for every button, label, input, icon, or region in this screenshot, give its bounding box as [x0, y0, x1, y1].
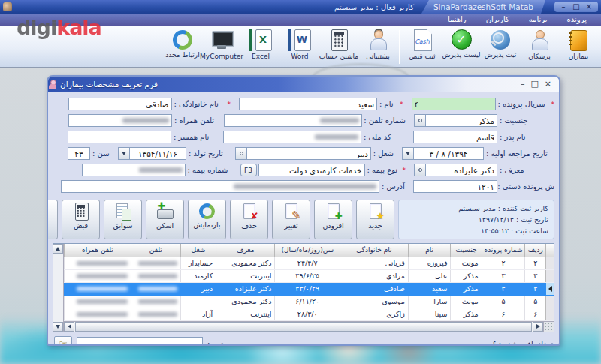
patients-book-icon	[567, 29, 590, 51]
birth-date-input[interactable]	[129, 147, 186, 160]
column-header[interactable]: تلفن	[131, 244, 180, 257]
history-doc-icon	[114, 203, 132, 221]
toolbar-item-label: ثبت قبض	[409, 53, 436, 60]
toolbar-item-label: لیست پذیرش	[442, 51, 481, 59]
table-row[interactable]: ۲۲مونثفیروزهقربانی۲۴/۴/۷دکتر محمودیحسابد…	[65, 257, 554, 269]
add-plus-button[interactable]: افزودن	[314, 200, 352, 239]
column-header[interactable]: تلفن همراه	[65, 244, 131, 257]
table-row[interactable]: ۶۶مذکرسینازاکری۲۸/۳/۰اینترنتآزاد	[65, 308, 554, 320]
scroll-left-button[interactable]	[64, 322, 74, 332]
menu-item-2[interactable]: برنامه	[519, 14, 557, 26]
national-id-input[interactable]	[223, 131, 361, 143]
word-toolbar-button[interactable]: Word	[280, 27, 319, 67]
column-header[interactable]: نام خانوادگی	[340, 244, 409, 257]
excel-toolbar-button[interactable]: Excel	[241, 27, 280, 67]
dialog-close-button[interactable]: ×	[545, 77, 551, 92]
table-row[interactable]: ۴۴مذکرسعیدصادقی۴۳/۰/۲۹دکتر علیزادهدبیر	[65, 282, 554, 295]
serial-input[interactable]	[412, 98, 496, 110]
table-cell-blurred	[65, 308, 131, 320]
minimize-button[interactable]: –	[558, 2, 569, 11]
spouse-input[interactable]	[68, 131, 171, 143]
table-cell: ۲	[482, 257, 525, 269]
audit-date-label: تاریخ ثبت :	[516, 215, 548, 224]
bill-calculator-button[interactable]: قبض	[62, 200, 100, 239]
horizontal-scroll-thumb[interactable]	[75, 322, 532, 332]
job-lookup-button[interactable]	[235, 147, 247, 160]
close-button[interactable]: ×	[584, 2, 594, 11]
birth-date-dropdown-button[interactable]	[118, 147, 130, 160]
menu-item-3[interactable]: کاربران	[476, 14, 519, 26]
national-id-label: کد ملی :	[361, 133, 405, 141]
gender-input[interactable]	[425, 114, 497, 127]
cash-receipt-toolbar-button[interactable]: ثبت قبض	[403, 27, 442, 67]
column-header[interactable]: جنسیت	[451, 244, 482, 257]
age-input[interactable]	[68, 147, 90, 160]
dialog-maximize-button[interactable]: □	[530, 77, 538, 92]
name-label: نام :	[377, 100, 398, 108]
admission-list-check-icon	[452, 29, 472, 50]
mycomputer-toolbar-button[interactable]: MyComputer	[202, 27, 241, 67]
table-cell: مذکر	[451, 308, 482, 320]
menu-item-4[interactable]: راهنما	[438, 14, 476, 26]
column-header[interactable]: نام	[408, 244, 451, 257]
word-icon	[288, 29, 311, 51]
first-visit-dropdown-button[interactable]	[402, 147, 414, 160]
edit-pencil-button[interactable]: تغییر	[272, 200, 310, 239]
scroll-up-button[interactable]	[53, 244, 63, 254]
calculator-toolbar-button[interactable]: ماشین حساب	[319, 27, 358, 67]
column-header[interactable]: ردیف	[525, 244, 546, 257]
admission-search-toolbar-button[interactable]: ثبت پذیرش	[481, 27, 520, 67]
phone-input[interactable]	[224, 114, 362, 127]
gender-lookup-button[interactable]	[414, 114, 426, 127]
referrer-lookup-button[interactable]	[414, 164, 426, 176]
mobile-input[interactable]	[68, 114, 172, 127]
dialog-controls: – □ ×	[513, 77, 559, 92]
delete-x-button[interactable]: حذف	[230, 200, 268, 239]
table-cell-blurred	[65, 282, 131, 295]
vertical-scrollbar[interactable]	[53, 244, 64, 332]
column-header[interactable]: سن(روز/ماه/سال)	[275, 244, 340, 257]
patients-book-toolbar-button[interactable]: بیماران	[559, 27, 598, 67]
manual-file-no-input[interactable]	[413, 180, 497, 193]
arrow-up-icon	[56, 247, 60, 251]
first-visit-input[interactable]	[413, 147, 484, 160]
insurance-no-input[interactable]	[82, 164, 186, 176]
exit-power-button[interactable]: خروج	[47, 200, 58, 239]
insurance-f3-button[interactable]: F3	[240, 164, 257, 176]
name-input[interactable]	[239, 98, 377, 110]
insurance-type-input[interactable]	[258, 164, 365, 176]
support-agent-toolbar-button[interactable]: پشتیبانی	[358, 27, 397, 67]
table-row[interactable]: ۳۳مذکرعلیمرادی۳۹/۶/۲۵اینترنتکارمند	[65, 269, 554, 282]
job-input[interactable]	[246, 147, 371, 160]
scroll-right-button[interactable]	[533, 322, 543, 332]
referrer-input[interactable]	[425, 164, 497, 176]
table-cell: اینترنت	[216, 269, 275, 282]
search-input[interactable]	[77, 337, 203, 347]
button-label: تغییر	[284, 221, 297, 230]
audit-panel: کاربر ثبت کننده : مدیر سیستم تاریخ ثبت :…	[398, 200, 554, 239]
new-star-button[interactable]: جدید	[356, 200, 394, 239]
audit-user-label: کاربر ثبت کننده :	[498, 204, 548, 212]
history-doc-button[interactable]: سوابق	[104, 200, 142, 239]
table-row[interactable]: ۵۵مونثساراموسوی۶/۱۱/۲۰دکتر محمودی	[65, 295, 554, 308]
row-gutter	[546, 269, 554, 282]
dialog-minimize-button[interactable]: –	[521, 77, 525, 92]
search-go-button[interactable]	[54, 336, 72, 347]
app-system-icon[interactable]	[3, 2, 12, 11]
father-input[interactable]	[413, 131, 497, 143]
address-input[interactable]	[61, 180, 379, 193]
column-header[interactable]: شماره پرونده	[482, 244, 525, 257]
refresh-button[interactable]: بازنمایش	[188, 200, 226, 239]
horizontal-scrollbar[interactable]	[64, 321, 554, 332]
table-cell-blurred	[131, 308, 180, 320]
column-header[interactable]: معرف	[216, 244, 275, 257]
admission-list-check-toolbar-button[interactable]: لیست پذیرش	[442, 27, 481, 67]
column-header[interactable]: شغل	[180, 244, 216, 257]
maximize-button[interactable]: □	[571, 2, 581, 11]
scroll-down-button[interactable]	[53, 322, 63, 332]
family-input[interactable]	[68, 98, 172, 110]
reconnect-toolbar-button[interactable]: ارتباط مجدد	[163, 27, 202, 67]
doctor-toolbar-button[interactable]: پزشکان	[520, 27, 559, 67]
menu-item-1[interactable]: پرونده	[557, 14, 596, 26]
scan-plus-button[interactable]: اسکن	[146, 200, 184, 239]
